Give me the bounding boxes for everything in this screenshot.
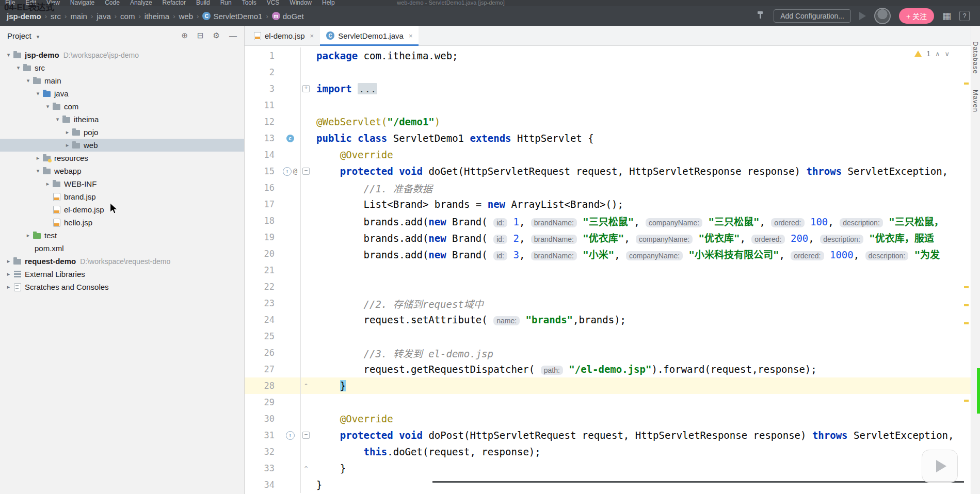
line-number[interactable]: 32 bbox=[245, 447, 280, 457]
fold-marker[interactable]: − bbox=[302, 168, 310, 175]
tree-item-test[interactable]: ▸test bbox=[0, 229, 244, 242]
expand-arrow[interactable]: ▾ bbox=[43, 103, 52, 110]
line-number[interactable]: 29 bbox=[245, 397, 280, 407]
line-number[interactable]: 28 bbox=[245, 381, 280, 391]
breadcrumb-item-java[interactable]: java bbox=[94, 11, 114, 22]
warning-stripe-mark[interactable] bbox=[964, 304, 969, 306]
hide-panel-icon[interactable]: — bbox=[229, 31, 237, 40]
expand-arrow[interactable]: ▸ bbox=[63, 142, 72, 149]
fold-marker[interactable]: ^ bbox=[304, 383, 308, 389]
code-line-28[interactable]: 28^ } bbox=[245, 377, 971, 394]
help-icon[interactable]: ? bbox=[959, 11, 970, 21]
fold-marker[interactable]: − bbox=[302, 432, 310, 439]
breadcrumb-item-main[interactable]: main bbox=[68, 11, 90, 22]
code-line-29[interactable]: 29 bbox=[245, 394, 971, 410]
code-line-30[interactable]: 30 @Override bbox=[245, 410, 971, 427]
code-line-32[interactable]: 32 this.doGet(request, response); bbox=[245, 443, 971, 460]
code-line-27[interactable]: 27 request.getRequestDispatcher( path: "… bbox=[245, 361, 971, 377]
tree-item-jsp-demo[interactable]: ▾jsp-demoD:\workspace\jsp-demo bbox=[0, 48, 244, 61]
code-line-34[interactable]: 34} bbox=[245, 476, 971, 493]
code-line-11[interactable]: 11 bbox=[245, 97, 971, 113]
code-line-18[interactable]: 18 brands.add(new Brand( id: 1, brandNam… bbox=[245, 212, 971, 229]
code-line-1[interactable]: 1package com.itheima.web; bbox=[245, 47, 971, 64]
grid-icon[interactable]: ▦ bbox=[942, 11, 951, 21]
line-number[interactable]: 20 bbox=[245, 249, 280, 259]
code-line-15[interactable]: 15↑@− protected void doGet(HttpServletRe… bbox=[245, 163, 971, 179]
tree-item-resources[interactable]: ▸resources bbox=[0, 152, 244, 164]
avatar[interactable] bbox=[874, 8, 891, 24]
line-number[interactable]: 27 bbox=[245, 364, 280, 374]
line-number[interactable]: 13 bbox=[245, 133, 280, 143]
code-line-12[interactable]: 12@WebServlet("/demo1") bbox=[245, 113, 971, 130]
code-line-16[interactable]: 16 //1. 准备数据 bbox=[245, 179, 971, 196]
code-line-20[interactable]: 20 brands.add(new Brand( id: 3, brandNam… bbox=[245, 245, 971, 262]
tree-item-pom-xml[interactable]: pom.xml bbox=[0, 242, 244, 255]
line-number[interactable]: 3 bbox=[245, 84, 280, 94]
line-number[interactable]: 34 bbox=[245, 480, 280, 490]
menu-item-refactor[interactable]: Refactor bbox=[163, 0, 186, 6]
breadcrumb-item-servletdemo1[interactable]: CServletDemo1 bbox=[200, 11, 265, 22]
line-number[interactable]: 17 bbox=[245, 199, 280, 209]
settings-gear-icon[interactable]: ⚙ bbox=[213, 31, 220, 40]
fold-marker[interactable]: ^ bbox=[304, 465, 308, 472]
tree-item-src[interactable]: ▾src bbox=[0, 61, 244, 74]
expand-arrow[interactable]: ▸ bbox=[4, 258, 13, 265]
tree-item-brand-jsp[interactable]: brand.jsp bbox=[0, 190, 244, 203]
at-gutter-icon[interactable]: @ bbox=[293, 167, 297, 175]
tree-item-main[interactable]: ▾main bbox=[0, 74, 244, 87]
expand-arrow[interactable]: ▸ bbox=[24, 232, 33, 239]
menu-item-run[interactable]: Run bbox=[220, 0, 232, 6]
close-tab-icon[interactable]: × bbox=[409, 32, 413, 40]
code-line-19[interactable]: 19 brands.add(new Brand( id: 2, brandNam… bbox=[245, 229, 971, 245]
breadcrumb-item-com[interactable]: com bbox=[118, 11, 137, 22]
menu-item-analyze[interactable]: Analyze bbox=[130, 0, 152, 6]
expand-arrow[interactable]: ▸ bbox=[4, 284, 13, 290]
follow-button[interactable]: + 关注 bbox=[899, 8, 934, 24]
tree-item-java[interactable]: ▾java bbox=[0, 87, 244, 100]
class-gutter-icon[interactable]: c bbox=[286, 135, 294, 142]
menu-item-tools[interactable]: Tools bbox=[242, 0, 256, 6]
line-number[interactable]: 30 bbox=[245, 414, 280, 424]
menu-item-help[interactable]: Help bbox=[322, 0, 335, 6]
warning-stripe-mark[interactable] bbox=[964, 286, 969, 288]
expand-arrow[interactable]: ▸ bbox=[4, 271, 13, 277]
line-number[interactable]: 23 bbox=[245, 298, 280, 308]
tree-item-scratches-and-consoles[interactable]: ▸Scratches and Consoles bbox=[0, 281, 244, 293]
line-number[interactable]: 18 bbox=[245, 216, 280, 226]
add-configuration-button[interactable]: Add Configuration... bbox=[774, 9, 851, 23]
code-line-22[interactable]: 22 bbox=[245, 278, 971, 295]
run-play-icon[interactable] bbox=[859, 12, 866, 20]
inspections-widget[interactable]: 1 ∧ ∨ bbox=[911, 48, 953, 59]
expand-arrow[interactable]: ▸ bbox=[34, 155, 42, 161]
line-number[interactable]: 21 bbox=[245, 265, 280, 275]
line-number[interactable]: 1 bbox=[245, 51, 280, 61]
menu-item-build[interactable]: Build bbox=[196, 0, 210, 6]
collapse-all-icon[interactable]: ⊟ bbox=[197, 31, 204, 40]
expand-arrow[interactable]: ▾ bbox=[53, 116, 62, 123]
expand-arrow[interactable]: ▸ bbox=[63, 129, 72, 136]
menu-item-vcs[interactable]: VCS bbox=[267, 0, 280, 6]
build-hammer-icon[interactable] bbox=[756, 10, 765, 22]
tree-item-web[interactable]: ▸web bbox=[0, 139, 244, 152]
line-number[interactable]: 14 bbox=[245, 150, 280, 160]
override-gutter-icon[interactable]: ↑ bbox=[283, 167, 292, 176]
menu-item-navigate[interactable]: Navigate bbox=[70, 0, 94, 6]
warning-stripe-mark[interactable] bbox=[964, 83, 969, 85]
line-number[interactable]: 16 bbox=[245, 183, 280, 193]
tree-item-hello-jsp[interactable]: hello.jsp bbox=[0, 216, 244, 229]
menu-item-window[interactable]: Window bbox=[290, 0, 312, 6]
line-number[interactable]: 19 bbox=[245, 232, 280, 242]
code-area[interactable]: 1package com.itheima.web;23+import ...11… bbox=[245, 45, 971, 494]
tab-servletdemo1-java[interactable]: CServletDemo1.java× bbox=[320, 26, 419, 45]
menu-item-code[interactable]: Code bbox=[105, 0, 120, 6]
line-number[interactable]: 33 bbox=[245, 463, 280, 473]
expand-arrow[interactable]: ▾ bbox=[4, 52, 13, 58]
line-number[interactable]: 31 bbox=[245, 430, 280, 440]
line-number[interactable]: 2 bbox=[245, 67, 280, 77]
tree-item-request-demo[interactable]: ▸request-demoD:\workspace\request-demo bbox=[0, 255, 244, 268]
expand-arrow[interactable]: ▾ bbox=[34, 168, 42, 174]
locate-file-icon[interactable]: ⊕ bbox=[181, 31, 188, 40]
previous-problem-icon[interactable]: ∧ bbox=[935, 50, 940, 58]
code-line-25[interactable]: 25 bbox=[245, 328, 971, 344]
next-problem-icon[interactable]: ∨ bbox=[944, 50, 950, 58]
